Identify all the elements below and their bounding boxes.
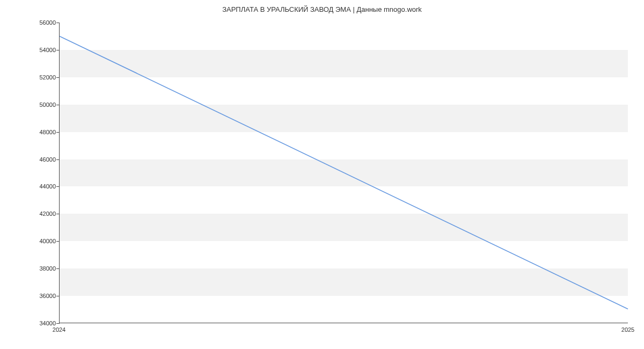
y-tick-label: 40000 — [13, 238, 56, 244]
y-tick-mark — [56, 50, 60, 50]
y-tick-label: 36000 — [13, 293, 56, 299]
x-tick-label: 2025 — [621, 326, 634, 333]
y-tick-mark — [56, 296, 60, 296]
chart-container: ЗАРПЛАТА В УРАЛЬСКИЙ ЗАВОД ЭМА | Данные … — [0, 0, 644, 349]
y-tick-mark — [56, 77, 60, 78]
y-tick-label: 52000 — [13, 74, 56, 81]
y-tick-label: 50000 — [13, 101, 56, 108]
y-tick-label: 34000 — [13, 320, 56, 326]
y-tick-mark — [56, 214, 60, 214]
y-tick-mark — [56, 23, 60, 23]
y-tick-label: 42000 — [13, 210, 56, 217]
y-tick-mark — [56, 105, 60, 105]
y-tick-mark — [56, 132, 60, 133]
x-tick-label: 2024 — [53, 326, 65, 333]
y-tick-mark — [56, 268, 60, 269]
chart-title: ЗАРПЛАТА В УРАЛЬСКИЙ ЗАВОД ЭМА | Данные … — [0, 5, 644, 13]
data-line — [60, 36, 628, 309]
y-tick-label: 38000 — [13, 265, 56, 272]
y-tick-label: 48000 — [13, 129, 56, 135]
y-tick-mark — [56, 159, 60, 160]
y-tick-label: 44000 — [13, 183, 56, 190]
y-tick-mark — [56, 323, 60, 324]
y-tick-mark — [56, 241, 60, 242]
y-tick-label: 54000 — [13, 47, 56, 53]
y-tick-label: 56000 — [13, 19, 56, 26]
line-series — [60, 23, 628, 323]
y-tick-mark — [56, 186, 60, 187]
plot-area — [59, 23, 628, 323]
y-tick-label: 46000 — [13, 156, 56, 163]
